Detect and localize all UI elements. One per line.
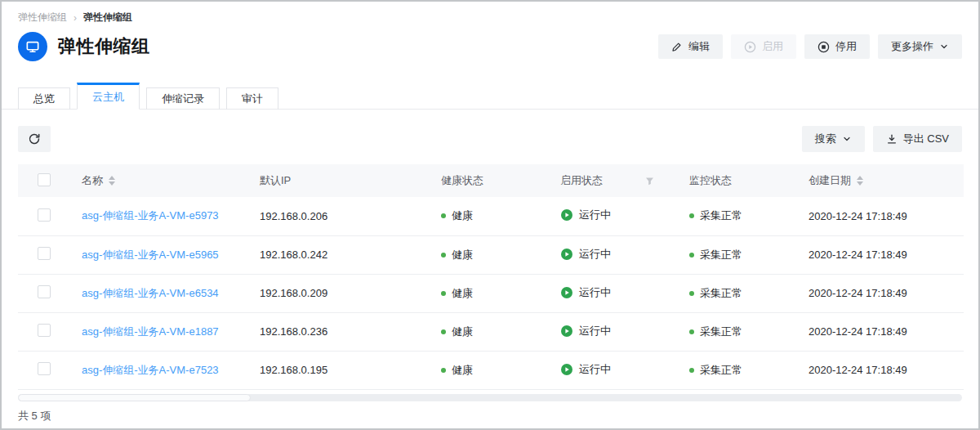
vm-name-link[interactable]: asg-伸缩组-业务A-VM-e7523 bbox=[82, 364, 219, 376]
vm-name-link[interactable]: asg-伸缩组-业务A-VM-e1887 bbox=[82, 325, 219, 338]
monitor-status-badge: 采集正常 bbox=[689, 325, 742, 339]
health-label: 健康 bbox=[452, 208, 473, 223]
refresh-button[interactable] bbox=[18, 126, 51, 152]
health-label: 健康 bbox=[452, 363, 473, 378]
health-status-badge: 健康 bbox=[441, 325, 473, 339]
health-label: 健康 bbox=[452, 325, 473, 339]
green-play-circle-icon bbox=[560, 248, 573, 261]
row-checkbox[interactable] bbox=[38, 208, 51, 222]
table-header-row: 名称 默认IP 健康状态 启用状态 监控状态 创建日期 bbox=[18, 164, 964, 197]
search-button[interactable]: 搜索 bbox=[802, 126, 865, 152]
monitor-icon bbox=[18, 32, 47, 61]
green-play-circle-icon bbox=[560, 208, 573, 222]
created-date: 2020-12-24 17:18:49 bbox=[794, 351, 964, 389]
created-date: 2020-12-24 17:18:49 bbox=[794, 197, 964, 235]
page-title: 弹性伸缩组 bbox=[58, 34, 150, 59]
green-play-circle-icon bbox=[560, 325, 573, 338]
table-row: asg-伸缩组-业务A-VM-e1887 192.168.0.236 健康 运行… bbox=[18, 312, 964, 351]
enabled-label: 运行中 bbox=[579, 324, 611, 338]
enabled-label: 运行中 bbox=[579, 208, 611, 222]
more-actions-button[interactable]: 更多操作 bbox=[878, 34, 962, 59]
tab-overview[interactable]: 总览 bbox=[18, 87, 70, 110]
tab-cloud-hosts[interactable]: 云主机 bbox=[77, 83, 140, 110]
monitor-label: 采集正常 bbox=[700, 325, 742, 339]
search-button-label: 搜索 bbox=[815, 132, 836, 146]
vm-table: 名称 默认IP 健康状态 启用状态 监控状态 创建日期 asg-伸缩组-业务A-… bbox=[2, 152, 978, 390]
vm-ip: 192.168.0.195 bbox=[245, 351, 426, 389]
funnel-icon[interactable] bbox=[644, 176, 655, 186]
monitor-label: 采集正常 bbox=[700, 248, 742, 262]
table-row: asg-伸缩组-业务A-VM-e6534 192.168.0.209 健康 运行… bbox=[18, 274, 964, 312]
tab-audit[interactable]: 审计 bbox=[226, 87, 278, 110]
enabled-label: 运行中 bbox=[579, 285, 611, 300]
enabled-status-badge: 运行中 bbox=[560, 362, 611, 377]
enabled-status-badge: 运行中 bbox=[560, 247, 611, 262]
enable-button-label: 启用 bbox=[762, 39, 783, 54]
enabled-status-badge: 运行中 bbox=[560, 208, 611, 222]
stop-circle-icon bbox=[817, 41, 830, 53]
green-dot-icon bbox=[441, 329, 446, 334]
vm-name-link[interactable]: asg-伸缩组-业务A-VM-e5965 bbox=[82, 249, 219, 261]
enabled-status-badge: 运行中 bbox=[560, 285, 611, 300]
sort-name-icon[interactable] bbox=[109, 176, 115, 186]
green-dot-icon bbox=[689, 253, 694, 258]
export-csv-label: 导出 CSV bbox=[903, 132, 949, 146]
vm-ip: 192.168.0.209 bbox=[245, 274, 426, 312]
row-checkbox[interactable] bbox=[38, 362, 51, 375]
stop-button[interactable]: 停用 bbox=[804, 34, 870, 59]
pencil-icon bbox=[671, 41, 683, 52]
enabled-label: 运行中 bbox=[579, 247, 611, 262]
vm-name-link[interactable]: asg-伸缩组-业务A-VM-e6534 bbox=[82, 287, 219, 299]
app-window: 弹性伸缩组 › 弹性伸缩组 弹性伸缩组 编辑 启用 停用 更 bbox=[0, 0, 980, 430]
health-status-badge: 健康 bbox=[441, 363, 473, 378]
edit-button[interactable]: 编辑 bbox=[658, 34, 723, 59]
column-header-health: 健康状态 bbox=[441, 174, 483, 186]
green-dot-icon bbox=[441, 253, 446, 258]
vm-name-link[interactable]: asg-伸缩组-业务A-VM-e5973 bbox=[82, 209, 219, 222]
enable-button[interactable]: 启用 bbox=[731, 34, 796, 59]
vm-ip: 192.168.0.236 bbox=[245, 312, 426, 351]
stop-button-label: 停用 bbox=[835, 39, 857, 54]
tab-scaling-records-label: 伸缩记录 bbox=[162, 92, 204, 106]
green-dot-icon bbox=[689, 368, 694, 373]
health-label: 健康 bbox=[452, 248, 473, 262]
sort-created-icon[interactable] bbox=[857, 176, 863, 186]
health-status-badge: 健康 bbox=[441, 286, 473, 301]
tab-scaling-records[interactable]: 伸缩记录 bbox=[146, 87, 220, 110]
tab-overview-label: 总览 bbox=[33, 92, 55, 106]
created-date: 2020-12-24 17:18:49 bbox=[794, 312, 964, 351]
horizontal-scrollbar[interactable] bbox=[18, 394, 962, 401]
export-csv-button[interactable]: 导出 CSV bbox=[873, 126, 962, 152]
breadcrumb-parent[interactable]: 弹性伸缩组 bbox=[18, 11, 67, 25]
play-circle-icon bbox=[744, 41, 756, 53]
row-checkbox[interactable] bbox=[38, 324, 51, 337]
table-row: asg-伸缩组-业务A-VM-e5965 192.168.0.242 健康 运行… bbox=[18, 235, 964, 274]
table-toolbar: 搜索 导出 CSV bbox=[2, 110, 978, 152]
select-all-checkbox[interactable] bbox=[38, 173, 51, 186]
row-checkbox[interactable] bbox=[38, 285, 51, 298]
total-count: 共 5 项 bbox=[18, 410, 51, 422]
column-header-created: 创建日期 bbox=[808, 173, 851, 188]
monitor-label: 采集正常 bbox=[700, 363, 742, 378]
breadcrumb-current: 弹性伸缩组 bbox=[83, 11, 132, 25]
refresh-icon bbox=[28, 132, 41, 146]
tab-audit-label: 审计 bbox=[242, 92, 263, 106]
header-actions: 编辑 启用 停用 更多操作 bbox=[658, 34, 962, 59]
green-dot-icon bbox=[441, 213, 446, 218]
green-dot-icon bbox=[689, 213, 694, 218]
more-actions-label: 更多操作 bbox=[891, 39, 933, 54]
horizontal-scrollbar-thumb[interactable] bbox=[18, 394, 251, 401]
vm-ip: 192.168.0.206 bbox=[245, 197, 426, 235]
table-row: asg-伸缩组-业务A-VM-e7523 192.168.0.195 健康 运行… bbox=[18, 351, 964, 389]
monitor-label: 采集正常 bbox=[700, 286, 742, 301]
monitor-status-badge: 采集正常 bbox=[689, 363, 742, 378]
row-checkbox[interactable] bbox=[38, 247, 51, 260]
created-date: 2020-12-24 17:18:49 bbox=[794, 274, 964, 312]
column-header-name: 名称 bbox=[82, 173, 103, 188]
download-icon bbox=[886, 133, 898, 145]
table-row: asg-伸缩组-业务A-VM-e5973 192.168.0.206 健康 运行… bbox=[18, 197, 964, 235]
green-dot-icon bbox=[441, 291, 446, 296]
green-play-circle-icon bbox=[560, 286, 573, 299]
chevron-down-icon bbox=[939, 42, 949, 52]
vm-ip: 192.168.0.242 bbox=[245, 235, 426, 274]
